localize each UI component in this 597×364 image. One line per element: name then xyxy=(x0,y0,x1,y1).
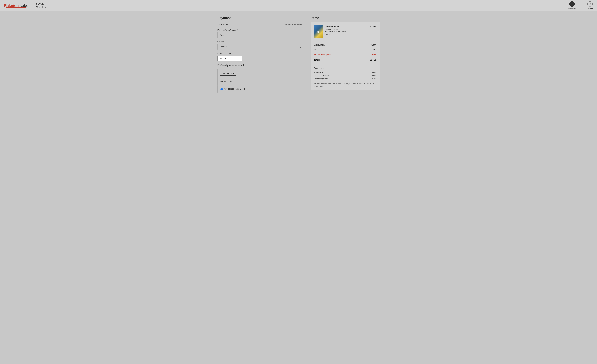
store-credit-applied-value: -$1.00 xyxy=(371,54,377,56)
logo: Rakuten kobo xyxy=(4,3,29,8)
applied-to-purchase-row: Applied to purchase: -$1.00 xyxy=(314,74,377,77)
credit-card-label: Credit card / Visa Debit xyxy=(224,88,245,90)
add-gift-card-button[interactable]: Add gift card xyxy=(220,71,236,76)
payment-section: Payment Your details * indicates a requi… xyxy=(218,16,311,93)
hst-label: HST: xyxy=(314,49,318,51)
province-select-wrapper[interactable]: Ontario ⌄ xyxy=(218,32,304,38)
total-credit-label: Total credit: xyxy=(314,71,323,73)
item-format: eBook (EPUB 3, Reflowable) xyxy=(325,31,368,32)
main-content: Payment Your details * indicates a requi… xyxy=(212,11,385,98)
cart-subtotal-label: Cart subtotal: xyxy=(314,44,326,46)
header: Rakuten kobo Secure Checkout 1 Payment 2… xyxy=(0,0,597,11)
credit-card-box: Credit card / Visa Debit xyxy=(218,85,304,93)
step-payment: 1 Payment xyxy=(568,1,576,10)
cart-subtotal-row: Cart subtotal: $13.99 xyxy=(314,43,377,47)
gift-card-box: Add gift card xyxy=(218,69,304,78)
items-section: Items I OweYouOne I Owe You One by Sophi… xyxy=(311,16,380,93)
promo-code-inner: Add promo code xyxy=(218,78,303,85)
your-details-label: Your details xyxy=(218,23,229,26)
step-2-label: Review xyxy=(587,8,593,10)
postal-input[interactable] xyxy=(218,55,242,62)
items-box: I OweYouOne I Owe You One by Sophie Kins… xyxy=(311,22,380,90)
applied-to-purchase-label: Applied to purchase: xyxy=(314,74,331,77)
radio-selected-indicator xyxy=(221,88,222,90)
step-review: 2 Review xyxy=(587,1,593,10)
remaining-credit-value: $0.00 xyxy=(372,77,377,80)
book-cover-text: I OweYouOne xyxy=(316,29,320,34)
province-field-group: Province/State/Region * Ontario ⌄ xyxy=(218,29,304,38)
logo-rakuten: Rakuten xyxy=(4,3,19,8)
payment-title: Payment xyxy=(218,16,304,20)
store-credit-applied-label: Store credit applied: xyxy=(314,54,333,56)
total-value: $14.81 xyxy=(370,59,377,61)
item-title: I Owe You One xyxy=(325,25,368,28)
credit-card-radio[interactable] xyxy=(220,88,223,90)
secure-checkout-label: Secure Checkout xyxy=(36,2,47,9)
total-row: Total: $14.81 xyxy=(314,57,377,63)
item-row: I OweYouOne I Owe You One by Sophie Kins… xyxy=(314,25,377,40)
logo-kobo: kobo xyxy=(19,3,28,8)
hst-value: $1.82 xyxy=(371,49,377,51)
country-field-group: Country * Canada ⌄ xyxy=(218,41,304,50)
province-label: Province/State/Region * xyxy=(218,29,304,31)
gift-card-inner: Add gift card xyxy=(218,69,303,78)
book-cover: I OweYouOne xyxy=(314,25,323,38)
province-select[interactable]: Ontario xyxy=(218,32,303,38)
remaining-credit-row: Remaining credit: $0.00 xyxy=(314,77,377,80)
step-1-circle: 1 xyxy=(569,1,575,7)
promo-code-box: Add promo code xyxy=(218,78,304,85)
footer-note: All transactions processed by Rakuten Ko… xyxy=(314,83,377,87)
preferred-payment-title: Preferred payment method xyxy=(218,64,304,67)
items-title: Items xyxy=(311,16,380,20)
total-credit-value: $1.00 xyxy=(372,71,377,73)
item-price: $13.99 xyxy=(370,25,377,28)
remaining-credit-label: Remaining credit: xyxy=(314,77,328,80)
country-select[interactable]: Canada xyxy=(218,44,303,49)
item-details: I Owe You One by Sophie Kinsella eBook (… xyxy=(325,25,368,36)
credit-card-option[interactable]: Credit card / Visa Debit xyxy=(218,85,303,93)
required-note: * indicates a required field xyxy=(283,24,303,26)
store-credit-section-title: Store credit xyxy=(314,67,377,70)
checkout-steps: 1 Payment 2 Review xyxy=(568,1,593,10)
preferred-payment-section: Preferred payment method Add gift card A… xyxy=(218,64,304,93)
postal-field-group: Postal/Zip Code * xyxy=(218,52,304,62)
add-promo-button[interactable]: Add promo code xyxy=(220,80,234,83)
store-credit-applied-row: Store credit applied: -$1.00 xyxy=(314,52,377,57)
total-credit-row: Total credit: $1.00 xyxy=(314,71,377,74)
your-details-header: Your details * indicates a required fiel… xyxy=(218,23,304,26)
hst-row: HST: $1.82 xyxy=(314,47,377,52)
step-connector xyxy=(578,4,585,4)
remove-item-button[interactable]: Remove xyxy=(325,34,331,36)
total-label: Total: xyxy=(314,59,320,61)
country-label: Country * xyxy=(218,41,304,43)
country-select-wrapper[interactable]: Canada ⌄ xyxy=(218,44,304,50)
step-2-circle: 2 xyxy=(587,1,593,7)
store-credit-section: Store credit Total credit: $1.00 Applied… xyxy=(314,65,377,80)
item-author: by Sophie Kinsella xyxy=(325,28,368,30)
applied-to-purchase-value: -$1.00 xyxy=(371,74,377,77)
cart-subtotal-value: $13.99 xyxy=(370,44,377,46)
postal-label: Postal/Zip Code * xyxy=(218,52,304,54)
step-1-label: Payment xyxy=(568,8,576,10)
